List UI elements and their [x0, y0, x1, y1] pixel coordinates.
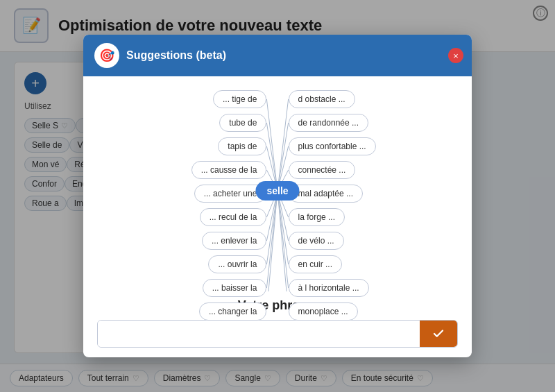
right-word-chip[interactable]: de randonnée ...	[289, 114, 368, 132]
svg-line-0	[266, 99, 278, 191]
left-word-chip[interactable]: tapis de	[218, 137, 266, 155]
left-word-chip[interactable]: tube de	[219, 114, 266, 132]
checkmark-icon	[432, 327, 445, 340]
svg-line-18	[278, 191, 289, 288]
right-word-chip[interactable]: plus confortable ...	[289, 137, 376, 155]
diagram-center: selle	[255, 181, 299, 201]
svg-line-7	[266, 191, 278, 264]
phrase-input-row	[97, 320, 458, 348]
right-word-chip[interactable]: à l horizontale ...	[289, 279, 369, 297]
svg-line-8	[266, 191, 278, 288]
svg-line-9	[266, 191, 278, 291]
svg-line-19	[278, 191, 289, 291]
modal-title: Suggestions (beta)	[126, 49, 226, 62]
right-word-chip[interactable]: en cuir ...	[289, 255, 342, 273]
modal-body: ... tige detube detapis de... causse de …	[83, 76, 472, 357]
modal-close-button[interactable]: ×	[448, 48, 463, 63]
right-word-chip[interactable]: d obstacle ...	[289, 90, 355, 108]
svg-line-10	[278, 99, 289, 191]
diagram-right: d obstacle ...de randonnée ...plus confo…	[289, 90, 458, 321]
phrase-submit-button[interactable]	[420, 321, 457, 347]
diagram-left: ... tige detube detapis de... causse de …	[97, 90, 266, 321]
right-word-chip[interactable]: la forge ...	[289, 208, 345, 226]
right-word-chip[interactable]: connectée ...	[289, 161, 356, 179]
svg-line-17	[278, 191, 289, 264]
page-background: 📝 Optimisation de votre nouveau texte ⓘ …	[0, 0, 555, 392]
suggestions-modal: 🎯 Suggestions (beta) × ... tige detube d…	[83, 35, 472, 357]
right-word-chip[interactable]: de vélo ...	[289, 232, 344, 250]
left-word-chip[interactable]: ... tige de	[213, 90, 266, 108]
left-word-chip[interactable]: ... changer la	[199, 302, 266, 321]
left-word-chip[interactable]: ... ouvrir la	[208, 255, 266, 273]
modal-overlay: 🎯 Suggestions (beta) × ... tige detube d…	[0, 0, 555, 392]
word-diagram: ... tige detube detapis de... causse de …	[97, 90, 458, 291]
right-word-chip[interactable]: mal adaptée ...	[289, 185, 363, 203]
center-word[interactable]: selle	[255, 181, 299, 201]
left-word-chip[interactable]: ... baisser la	[203, 279, 267, 297]
left-word-chip[interactable]: ... recul de la	[200, 208, 267, 226]
modal-header: 🎯 Suggestions (beta) ×	[83, 35, 472, 76]
modal-header-icon: 🎯	[94, 43, 119, 68]
right-word-chip[interactable]: monoplace ...	[289, 302, 358, 321]
left-word-chip[interactable]: ... enlever la	[202, 232, 266, 250]
left-word-chip[interactable]: ... causse de la	[191, 161, 267, 179]
phrase-input[interactable]	[98, 321, 420, 347]
